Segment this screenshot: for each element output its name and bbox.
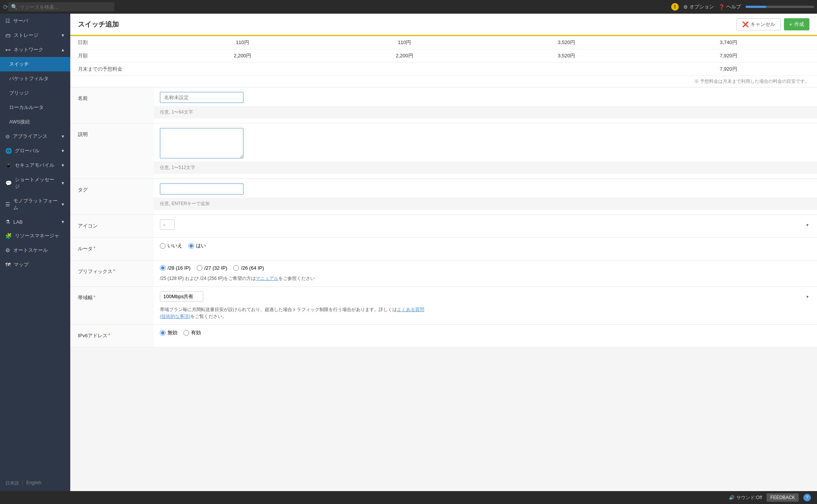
sidebar-item-map[interactable]: 🗺 マップ <box>0 258 70 272</box>
ipv6-enabled-option[interactable]: 有効 <box>183 329 201 336</box>
pricing-row-estimate: 月末までの予想料金 7,920円 <box>70 63 817 76</box>
sidebar-item-storage[interactable]: 🗃 ストレージ ▼ <box>0 28 70 43</box>
create-button[interactable]: + 作成 <box>784 18 809 30</box>
sound-icon: 🔊 <box>729 495 735 500</box>
router-yes-radio[interactable] <box>188 243 194 249</box>
loading-indicator: ⟳ <box>3 3 8 11</box>
lang-en-link[interactable]: English <box>26 480 41 487</box>
sidebar-item-resource-manager[interactable]: 🧩 リソースマネージャ <box>0 229 70 243</box>
help-circle-button[interactable]: ? <box>803 494 811 501</box>
bandwidth-required: * <box>93 294 95 300</box>
search-icon: 🔍 <box>11 4 17 10</box>
pricing-value-m2: 2,200円 <box>324 52 486 59</box>
message-icon: 💬 <box>5 180 12 186</box>
ipv6-required: * <box>108 332 110 338</box>
router-no-radio[interactable] <box>160 243 166 249</box>
resource-icon: 🧩 <box>5 233 12 239</box>
sidebar-item-switch[interactable]: スイッチ <box>0 57 70 71</box>
bandwidth-select[interactable]: 100Mbps共有 <box>160 291 203 302</box>
name-input[interactable] <box>160 92 243 103</box>
form-row-icon: アイコン - <box>70 215 817 238</box>
sound-button[interactable]: 🔊 サウンド:Off <box>729 495 762 501</box>
chevron-up-icon: ▲ <box>61 47 65 52</box>
feedback-button[interactable]: FEEDBACK <box>766 493 799 502</box>
description-input[interactable] <box>160 128 243 158</box>
form-field-prefix: /28 (16 IP) /27 (32 IP) /26 (64 IP) /25 … <box>154 261 817 286</box>
ipv6-disabled-option[interactable]: 無効 <box>160 329 177 336</box>
page-header: スイッチ追加 ❌ キャンセル + 作成 <box>70 14 817 36</box>
content-area: スイッチ追加 ❌ キャンセル + 作成 日割 110円 110円 3,520円 <box>70 14 817 491</box>
prefix-manual-link[interactable]: マニュアル <box>256 276 278 281</box>
sidebar-item-global[interactable]: 🌐 グローバル ▼ <box>0 144 70 158</box>
prefix-28-radio[interactable] <box>160 265 166 271</box>
search-bar[interactable]: 🔍 <box>8 2 114 11</box>
pricing-value-4: 3,740円 <box>648 39 810 46</box>
prefix-27-radio[interactable] <box>197 265 202 271</box>
pricing-values-daily: 110円 110円 3,520円 3,740円 <box>161 39 809 46</box>
ipv6-enabled-radio[interactable] <box>183 330 189 336</box>
bottombar: 🔊 サウンド:Off FEEDBACK ? <box>0 491 817 504</box>
chevron-down-icon: ▼ <box>61 181 65 185</box>
sidebar-item-network[interactable]: ⊷ ネットワーク ▲ <box>0 43 70 57</box>
sidebar-item-appliance[interactable]: ⊝ アプライアンス ▼ <box>0 129 70 144</box>
bandwidth-note: 帯域プラン毎に月間転送量目安が設けられており、超過した場合トラフィック制限を行う… <box>160 306 426 320</box>
router-no-option[interactable]: いいえ <box>160 242 182 249</box>
pricing-value-m4: 7,920円 <box>648 52 810 59</box>
prefix-26-radio[interactable] <box>233 265 239 271</box>
progress-fill <box>746 6 766 8</box>
sidebar-item-mono-platform[interactable]: ☰ モノプラットフォーム ▼ <box>0 194 70 215</box>
network-icon: ⊷ <box>5 47 11 53</box>
sidebar-item-autoscale[interactable]: ⚙ オートスケール <box>0 243 70 258</box>
sidebar-item-local-router[interactable]: ローカルルータ <box>0 100 70 115</box>
prefix-27-option[interactable]: /27 (32 IP) <box>197 265 228 271</box>
sidebar-item-secure-mobile[interactable]: 📱 セキュアモバイル ▼ <box>0 158 70 172</box>
pricing-value-e2 <box>324 66 486 73</box>
tag-input[interactable] <box>160 183 243 194</box>
topbar: ⟳ 🔍 ! ⚙ オプション ❓ ヘルプ <box>0 0 817 14</box>
sidebar-item-bridge[interactable]: ブリッジ <box>0 86 70 100</box>
prefix-28-option[interactable]: /28 (16 IP) <box>160 265 191 271</box>
alert-icon[interactable]: ! <box>671 3 679 11</box>
prefix-26-option[interactable]: /26 (64 IP) <box>233 265 264 271</box>
topbar-left: ⟳ <box>3 3 8 11</box>
pricing-value-2: 110円 <box>324 39 486 46</box>
sidebar-item-packet-filter[interactable]: パケットフィルタ <box>0 71 70 86</box>
ipv6-disabled-radio[interactable] <box>160 330 166 336</box>
global-icon: 🌐 <box>5 148 12 154</box>
sidebar-footer: 日本語 | English <box>0 476 70 491</box>
router-radio-group: いいえ はい <box>160 242 811 249</box>
form-field-tag: 任意, ENTERキーで追加 <box>154 179 817 215</box>
router-yes-option[interactable]: はい <box>188 242 206 249</box>
form-row-tag: タグ 任意, ENTERキーで追加 <box>70 179 817 215</box>
form-field-name: 任意, 1〜64文字 <box>154 87 817 123</box>
form-label-name: 名前 <box>70 87 154 123</box>
form-field-router: いいえ はい <box>154 238 817 260</box>
help-button[interactable]: ❓ ヘルプ <box>719 3 741 10</box>
icon-select[interactable]: - <box>160 220 175 230</box>
pricing-value-m3: 3,520円 <box>485 52 648 59</box>
main-layout: ☷ サーバ 🗃 ストレージ ▼ ⊷ ネットワーク ▲ スイッチ パケットフィルタ… <box>0 14 817 491</box>
sidebar: ☷ サーバ 🗃 ストレージ ▼ ⊷ ネットワーク ▲ スイッチ パケットフィルタ… <box>0 14 70 491</box>
progress-bar <box>746 6 814 8</box>
search-input[interactable] <box>20 4 111 10</box>
form-field-icon: - <box>154 215 817 237</box>
pricing-table: 日割 110円 110円 3,520円 3,740円 月額 2,200円 2,2… <box>70 36 817 87</box>
sidebar-item-short-message[interactable]: 💬 ショートメッセージ ▼ <box>0 172 70 194</box>
gear-icon: ⚙ <box>683 4 688 10</box>
pricing-value-3: 3,520円 <box>485 39 648 46</box>
bandwidth-faq-link[interactable]: よくある質問(技術的な事項) <box>160 307 424 319</box>
autoscale-icon: ⚙ <box>5 247 10 253</box>
topbar-right: ! ⚙ オプション ❓ ヘルプ <box>671 3 814 11</box>
pricing-row-daily: 日割 110円 110円 3,520円 3,740円 <box>70 36 817 49</box>
sidebar-item-lab[interactable]: ⚗ LAB ▼ <box>0 215 70 229</box>
options-button[interactable]: ⚙ オプション <box>683 3 714 10</box>
plus-icon: + <box>789 21 792 27</box>
sidebar-item-aws[interactable]: AWS接続 <box>0 115 70 129</box>
cancel-icon: ❌ <box>742 21 749 27</box>
lang-ja-link[interactable]: 日本語 <box>5 480 19 487</box>
pricing-row-monthly: 月額 2,200円 2,200円 3,520円 7,920円 <box>70 49 817 63</box>
sidebar-item-server[interactable]: ☷ サーバ <box>0 14 70 28</box>
pricing-note: ※ 予想料金は月末まで利用した場合の料金の目安です。 <box>70 76 817 87</box>
cancel-button[interactable]: ❌ キャンセル <box>736 18 781 30</box>
mono-icon: ☰ <box>5 201 10 207</box>
